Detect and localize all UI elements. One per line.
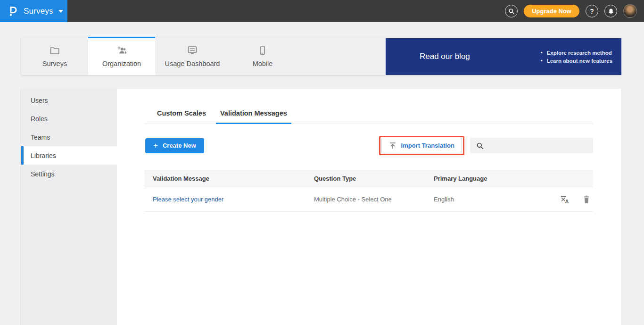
plus-icon: + — [153, 142, 158, 150]
nav-tab-label: Organization — [102, 60, 141, 67]
banner-bullet-item: • Explore research method — [541, 50, 612, 56]
product-switcher[interactable]: Surveys — [0, 0, 67, 22]
topbar-actions: Upgrade Now ? — [505, 0, 637, 22]
sidebar-item-roles[interactable]: Roles — [21, 109, 117, 128]
header-validation-message: Validation Message — [144, 175, 305, 182]
table-row: Please select your gender Multiple Choic… — [144, 187, 593, 212]
primary-nav-card: Surveys Organization Usage Dashboard — [21, 37, 621, 75]
sidebar-item-label: Libraries — [31, 152, 56, 159]
sidebar-item-settings[interactable]: Settings — [21, 165, 117, 183]
banner-bullet-item: • Learn about new features — [541, 58, 612, 64]
search-input[interactable] — [487, 138, 593, 153]
nav-tab-label: Surveys — [42, 60, 67, 67]
nav-tab-usage-dashboard[interactable]: Usage Dashboard — [155, 37, 230, 75]
import-translation-label: Import Translation — [401, 142, 454, 149]
sidebar-item-label: Teams — [31, 133, 50, 141]
sidebar-item-label: Settings — [31, 170, 55, 178]
nav-tab-label: Usage Dashboard — [165, 60, 220, 67]
search-icon — [508, 8, 515, 15]
library-tabs: Custom Scales Validation Messages — [144, 109, 593, 124]
banner-bullet-list: • Explore research method • Learn about … — [541, 50, 612, 64]
tab-custom-scales[interactable]: Custom Scales — [156, 109, 207, 124]
banner-bullet-text: Explore research method — [547, 50, 612, 56]
blog-banner[interactable]: Read our blog • Explore research method … — [386, 38, 621, 75]
sidebar-item-users[interactable]: Users — [21, 91, 117, 109]
search-icon — [476, 142, 484, 150]
banner-title: Read our blog — [420, 52, 470, 61]
global-search-button[interactable] — [505, 5, 518, 17]
actions-row: + Create New Import Translation — [144, 138, 593, 153]
dashboard-icon — [186, 44, 198, 57]
create-new-button[interactable]: + Create New — [145, 138, 204, 153]
bell-icon — [608, 8, 614, 15]
notifications-button[interactable] — [604, 5, 617, 17]
primary-language-cell: English — [425, 196, 537, 203]
sidebar-item-libraries[interactable]: Libraries — [21, 146, 117, 165]
trash-icon[interactable] — [581, 194, 592, 205]
question-type-cell: Multiple Choice - Select One — [305, 196, 425, 203]
upload-icon — [389, 142, 396, 150]
mobile-icon — [256, 44, 269, 57]
questionpro-logo-icon — [7, 5, 19, 17]
tab-label: Validation Messages — [220, 109, 287, 117]
main-card: Users Roles Teams Libraries Settings Cus… — [21, 89, 621, 325]
translate-icon[interactable]: A — [559, 194, 570, 205]
table-search-box[interactable] — [470, 138, 593, 153]
sidebar-item-teams[interactable]: Teams — [21, 128, 117, 146]
row-actions: A — [537, 194, 593, 205]
header-question-type: Question Type — [305, 175, 425, 182]
caret-down-icon — [58, 10, 63, 13]
import-translation-wrap: Import Translation — [381, 138, 462, 153]
validation-messages-table: Validation Message Question Type Primary… — [144, 170, 593, 212]
banner-bullet-text: Learn about new features — [547, 58, 612, 64]
bullet-dot-icon: • — [541, 58, 543, 63]
avatar[interactable] — [623, 4, 637, 18]
question-mark-icon: ? — [590, 8, 594, 15]
svg-text:A: A — [565, 199, 569, 204]
nav-tab-organization[interactable]: Organization — [88, 37, 155, 75]
tab-validation-messages[interactable]: Validation Messages — [219, 109, 288, 124]
nav-tab-mobile[interactable]: Mobile — [230, 37, 296, 75]
bullet-dot-icon: • — [541, 50, 543, 55]
nav-tab-label: Mobile — [253, 60, 273, 67]
people-add-icon — [116, 44, 128, 57]
import-translation-button[interactable]: Import Translation — [381, 138, 462, 153]
upgrade-now-button[interactable]: Upgrade Now — [524, 5, 579, 17]
header-primary-language: Primary Language — [425, 175, 537, 182]
table-header-row: Validation Message Question Type Primary… — [144, 170, 593, 187]
create-new-label: Create New — [163, 142, 196, 149]
folder-icon — [49, 44, 61, 57]
libraries-content: Custom Scales Validation Messages + Crea… — [117, 89, 621, 325]
validation-message-link[interactable]: Please select your gender — [153, 196, 223, 203]
organization-sidebar: Users Roles Teams Libraries Settings — [21, 89, 117, 325]
nav-tab-surveys[interactable]: Surveys — [21, 37, 88, 75]
sidebar-item-label: Users — [31, 97, 48, 104]
sidebar-item-label: Roles — [31, 115, 48, 123]
tab-label: Custom Scales — [157, 109, 206, 117]
topbar: Surveys Upgrade Now ? — [0, 0, 644, 22]
product-name: Surveys — [24, 7, 53, 16]
help-button[interactable]: ? — [586, 5, 598, 17]
